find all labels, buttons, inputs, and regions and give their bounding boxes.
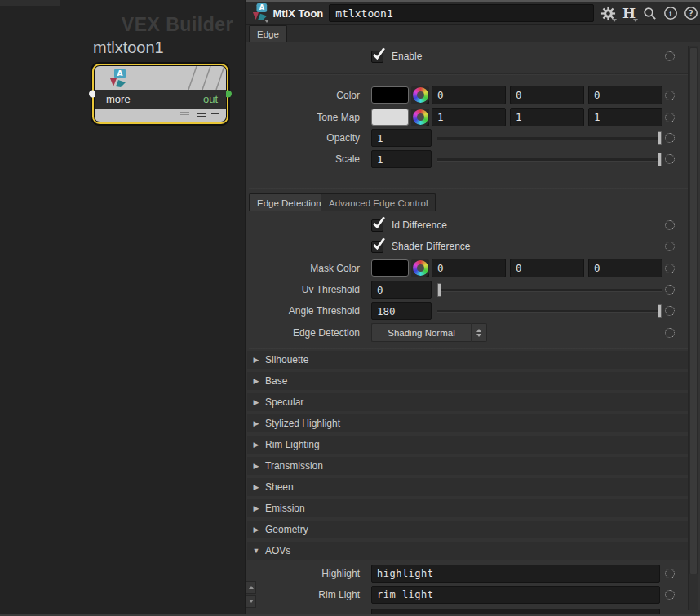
slider-handle[interactable] — [658, 131, 662, 145]
rim-light-aov-field[interactable] — [371, 586, 660, 604]
parm-dependency-icon[interactable] — [665, 242, 675, 251]
svg-text:A: A — [259, 3, 265, 11]
dropdown-value[interactable]: Shading Normal — [371, 323, 471, 342]
angle-threshold-slider[interactable] — [437, 304, 662, 318]
node-name-input[interactable] — [329, 4, 594, 22]
edge-detection-mode-dropdown[interactable]: Shading Normal — [371, 323, 487, 342]
section-base[interactable]: ▶ Base — [247, 372, 689, 390]
color-row: Color — [246, 86, 689, 104]
mask-color-r-field[interactable] — [432, 259, 506, 277]
id-difference-row: Id Difference — [246, 218, 689, 233]
enable-row: Enable — [246, 49, 689, 64]
network-editor-pane[interactable]: VEX Builder mtlxtoon1 A — [0, 0, 245, 616]
chevron-down-icon — [612, 19, 617, 22]
collapse-arrow-icon: ▶ — [247, 419, 265, 428]
tone-map-swatch[interactable] — [371, 109, 409, 126]
tab-advanced-edge-control[interactable]: Advanced Edge Control — [321, 193, 436, 211]
parm-dependency-icon[interactable] — [665, 91, 675, 100]
section-emission[interactable]: ▶ Emission — [247, 499, 689, 517]
search-button[interactable] — [641, 3, 658, 23]
section-stylized-highlight[interactable]: ▶ Stylized Highlight — [247, 414, 689, 432]
color-r-field[interactable] — [432, 86, 506, 104]
mtlxtoon-node[interactable]: A more out — [92, 64, 228, 124]
section-geometry[interactable]: ▶ Geometry — [247, 521, 689, 538]
help-button[interactable]: ? — [683, 3, 700, 23]
gear-menu-button[interactable] — [600, 3, 617, 23]
opacity-field[interactable] — [371, 129, 432, 147]
search-icon — [643, 7, 657, 20]
edge-detection-mode-label: Edge Detection — [246, 327, 371, 339]
id-difference-label: Id Difference — [392, 219, 447, 231]
collapse-arrow-icon: ▶ — [247, 377, 265, 385]
section-aovs[interactable]: ▼ AOVs — [247, 542, 689, 560]
parameter-tab-strip — [246, 25, 700, 42]
info-button[interactable]: i — [662, 3, 679, 23]
tone-map-b-field[interactable] — [588, 108, 662, 126]
parameter-header: A MtlX Toon — [246, 2, 700, 25]
separator — [249, 188, 688, 189]
color-wheel-button[interactable] — [411, 109, 429, 126]
section-specular[interactable]: ▶ Specular — [247, 393, 689, 411]
scrollbar-thumb[interactable] — [689, 47, 698, 574]
parm-dependency-icon[interactable] — [665, 113, 675, 122]
tone-map-r-field[interactable] — [432, 108, 506, 126]
uv-threshold-slider[interactable] — [437, 283, 662, 297]
tab-edge[interactable]: Edge — [249, 25, 287, 42]
mask-color-swatch[interactable] — [371, 259, 409, 277]
node-output-label[interactable]: out — [203, 93, 218, 105]
uv-threshold-field[interactable] — [371, 281, 432, 299]
parm-dependency-icon[interactable] — [665, 590, 675, 600]
color-wheel-button[interactable] — [411, 259, 429, 277]
vertical-scrollbar[interactable] — [688, 46, 698, 610]
parm-dependency-icon[interactable] — [665, 328, 675, 338]
section-transmission[interactable]: ▶ Transmission — [247, 457, 689, 475]
section-sheen[interactable]: ▶ Sheen — [247, 478, 689, 496]
slider-handle[interactable] — [437, 283, 441, 297]
node-type-icon[interactable]: A — [252, 3, 269, 24]
slider-handle[interactable] — [658, 304, 662, 318]
section-silhouette[interactable]: ▶ Silhouette — [247, 351, 689, 369]
parm-dependency-icon[interactable] — [665, 569, 675, 578]
parm-dependency-icon[interactable] — [665, 154, 675, 164]
parm-dependency-icon[interactable] — [665, 133, 675, 143]
scale-field[interactable] — [371, 150, 432, 168]
expand-arrow-icon: ▼ — [247, 547, 265, 555]
id-difference-checkbox[interactable] — [371, 219, 383, 232]
scroll-up-button[interactable] — [246, 581, 256, 594]
opacity-row: Opacity — [246, 129, 689, 147]
tone-map-g-field[interactable] — [510, 108, 584, 126]
tone-map-row: Tone Map — [246, 108, 689, 126]
color-b-field[interactable] — [588, 86, 662, 104]
parm-dependency-icon[interactable] — [665, 306, 675, 316]
uv-threshold-row: Uv Threshold — [246, 281, 689, 299]
parm-dependency-icon[interactable] — [665, 51, 675, 61]
svg-text:?: ? — [689, 9, 693, 18]
enable-checkbox[interactable] — [371, 51, 383, 63]
scale-slider[interactable] — [437, 153, 662, 166]
parm-dependency-icon[interactable] — [665, 285, 675, 295]
node-input-label[interactable]: more — [106, 93, 131, 105]
opacity-slider[interactable] — [437, 131, 662, 145]
help-icon: ? — [684, 6, 698, 20]
houdini-expressions-button[interactable]: H — [620, 3, 637, 23]
section-rim-lighting[interactable]: ▶ Rim Lighting — [247, 436, 689, 454]
shader-difference-checkbox[interactable] — [371, 241, 383, 253]
scroll-down-button[interactable] — [246, 595, 256, 608]
parm-dependency-icon[interactable] — [665, 220, 675, 230]
tab-edge-detection[interactable]: Edge Detection — [249, 193, 330, 211]
color-wheel-button[interactable] — [411, 86, 429, 104]
collapse-arrow-icon: ▶ — [247, 356, 265, 364]
mask-color-b-field[interactable] — [588, 259, 662, 277]
highlight-aov-field[interactable] — [371, 565, 660, 583]
svg-text:i: i — [669, 9, 672, 18]
angle-threshold-label: Angle Threshold — [246, 305, 371, 317]
rim-light-label: Rim Light — [246, 589, 371, 600]
mask-color-g-field[interactable] — [510, 259, 584, 277]
parm-dependency-icon[interactable] — [665, 264, 675, 273]
angle-threshold-row: Angle Threshold — [246, 302, 689, 320]
color-swatch[interactable] — [371, 86, 409, 104]
angle-threshold-field[interactable] — [371, 302, 432, 320]
dropdown-spinner[interactable] — [471, 323, 487, 342]
slider-handle[interactable] — [658, 153, 662, 166]
color-g-field[interactable] — [510, 86, 584, 104]
